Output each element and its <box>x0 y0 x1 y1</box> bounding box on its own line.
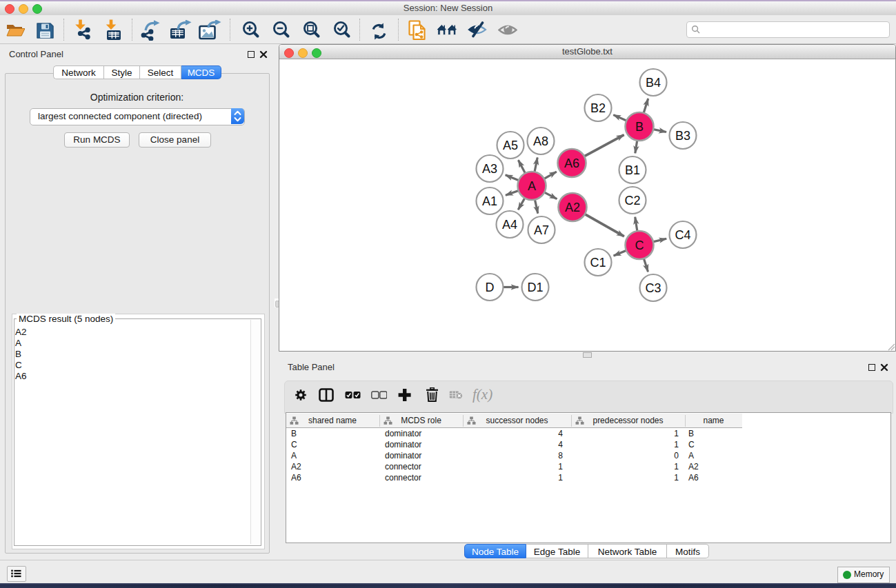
svg-text:A8: A8 <box>533 134 548 148</box>
svg-text:B: B <box>635 120 644 134</box>
svg-text:C1: C1 <box>590 256 606 270</box>
svg-text:B1: B1 <box>625 163 640 177</box>
svg-text:A6: A6 <box>564 156 579 170</box>
svg-text:C: C <box>635 239 644 252</box>
svg-text:A5: A5 <box>503 139 518 152</box>
svg-text:C2: C2 <box>624 194 640 207</box>
svg-text:D1: D1 <box>527 281 543 294</box>
svg-text:A: A <box>528 179 536 193</box>
svg-text:C3: C3 <box>645 281 661 295</box>
svg-text:A1: A1 <box>482 194 497 208</box>
svg-text:C4: C4 <box>675 228 690 242</box>
svg-text:A4: A4 <box>502 218 517 232</box>
svg-text:B2: B2 <box>590 101 606 115</box>
svg-text:A3: A3 <box>482 162 497 176</box>
svg-text:B3: B3 <box>675 129 690 143</box>
svg-text:D: D <box>486 281 495 294</box>
svg-text:A7: A7 <box>534 223 549 237</box>
svg-text:A2: A2 <box>565 201 580 214</box>
svg-text:B4: B4 <box>646 76 661 90</box>
